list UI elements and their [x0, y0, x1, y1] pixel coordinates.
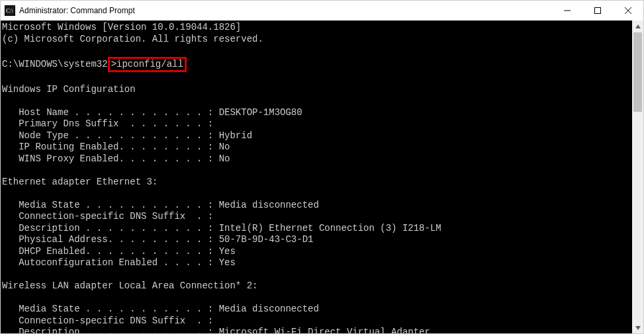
node-type-value: Hybrid [219, 130, 252, 141]
svg-rect-4 [595, 8, 601, 14]
eth3-description-label: Description . . . . . . . . . . . : [2, 223, 219, 233]
wins-proxy-value: No [219, 153, 230, 164]
wlan2-media-state-value: Media disconnected [219, 304, 319, 314]
eth3-phys-addr-value: 50-7B-9D-43-C3-D1 [219, 234, 314, 245]
eth3-dhcp-value: Yes [219, 246, 236, 257]
terminal[interactable]: Microsoft Windows [Version 10.0.19044.18… [1, 21, 632, 333]
wlan2-media-state-label: Media State . . . . . . . . . . . : [2, 304, 219, 314]
wlan2-dns-suffix-label: Connection-specific DNS Suffix . : [2, 315, 213, 326]
section-ipconfig-header: Windows IP Configuration [2, 84, 136, 95]
section-eth3-header: Ethernet adapter Ethernet 3: [2, 177, 158, 187]
wlan2-description-label: Description . . . . . . . . . . . : [2, 327, 219, 333]
primary-dns-suffix-label: Primary Dns Suffix . . . . . . . : [2, 118, 213, 129]
eth3-autoconf-value: Yes [219, 257, 236, 268]
wlan2-description-value: Microsoft Wi-Fi Direct Virtual Adapter [219, 327, 430, 333]
eth3-media-state-value: Media disconnected [219, 200, 319, 210]
section-wlan2-header: Wireless LAN adapter Local Area Connecti… [2, 280, 257, 291]
scroll-thumb[interactable] [633, 32, 642, 112]
window-controls [552, 1, 643, 21]
maximize-button[interactable] [582, 1, 613, 21]
close-button[interactable] [613, 1, 643, 21]
content-area: Microsoft Windows [Version 10.0.19044.18… [1, 21, 643, 333]
eth3-autoconf-label: Autoconfiguration Enabled . . . . : [2, 257, 219, 268]
eth3-dns-suffix-label: Connection-specific DNS Suffix . : [2, 211, 213, 222]
prompt-command: >ipconfig/all [111, 59, 183, 69]
ip-routing-value: No [219, 142, 230, 152]
eth3-dhcp-label: DHCP Enabled. . . . . . . . . . . : [2, 246, 219, 257]
vertical-scrollbar[interactable] [632, 21, 643, 333]
header-line-2: (c) Microsoft Corporation. All rights re… [2, 34, 263, 44]
host-name-label: Host Name . . . . . . . . . . . . : [2, 107, 219, 118]
command-highlight: >ipconfig/all [108, 57, 187, 73]
svg-marker-7 [635, 24, 641, 28]
window: C:\ Administrator: Command Prompt Micros… [0, 0, 644, 334]
eth3-phys-addr-label: Physical Address. . . . . . . . . : [2, 234, 219, 245]
svg-text:C:\: C:\ [6, 7, 14, 14]
wins-proxy-label: WINS Proxy Enabled. . . . . . . . : [2, 153, 219, 164]
scroll-up-button[interactable] [632, 21, 643, 32]
header-line-1: Microsoft Windows [Version 10.0.19044.18… [2, 22, 241, 32]
host-name-value: DESKTOP-1M3OG80 [219, 107, 302, 118]
app-icon: C:\ [5, 5, 15, 16]
ip-routing-label: IP Routing Enabled. . . . . . . . : [2, 142, 219, 152]
scroll-down-button[interactable] [632, 322, 643, 333]
prompt-path: C:\WINDOWS\system32 [2, 59, 108, 69]
minimize-button[interactable] [552, 1, 582, 21]
svg-marker-8 [635, 326, 641, 330]
eth3-description-value: Intel(R) Ethernet Connection (3) I218-LM [219, 223, 441, 233]
titlebar[interactable]: C:\ Administrator: Command Prompt [1, 1, 643, 21]
eth3-media-state-label: Media State . . . . . . . . . . . : [2, 200, 219, 210]
window-title: Administrator: Command Prompt [19, 6, 135, 15]
node-type-label: Node Type . . . . . . . . . . . . : [2, 130, 219, 141]
